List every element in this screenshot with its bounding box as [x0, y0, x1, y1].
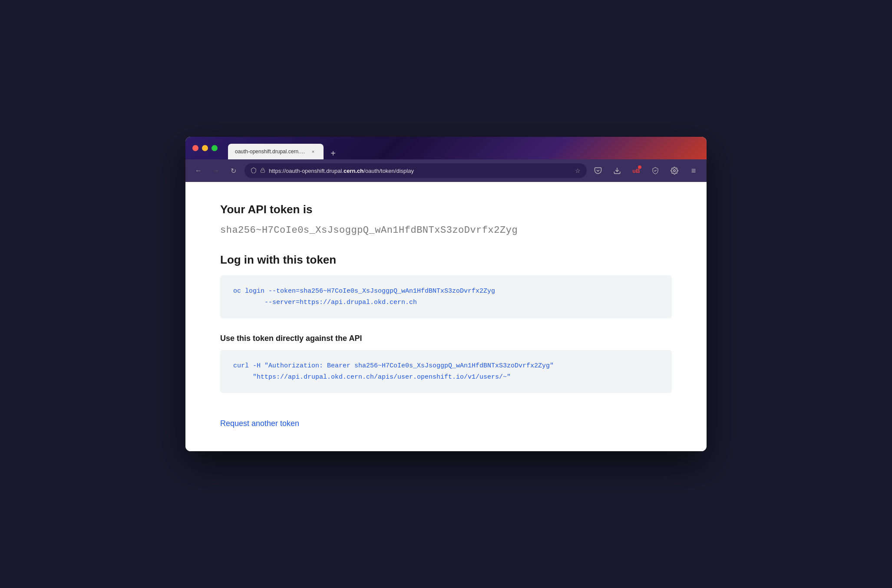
login-code: oc login --token=sha256~H7CoIe0s_XsJsogg… — [233, 286, 659, 308]
bookmark-icon[interactable]: ☆ — [575, 167, 581, 174]
login-code-block: oc login --token=sha256~H7CoIe0s_XsJsogg… — [220, 275, 672, 318]
page-content: Your API token is sha256~H7CoIe0s_XsJsog… — [185, 182, 707, 451]
active-tab[interactable]: oauth-openshift.drupal.cern.ch/oau × — [228, 144, 324, 159]
tab-title: oauth-openshift.drupal.cern.ch/oau — [235, 149, 306, 155]
address-box[interactable]: https://oauth-openshift.drupal.cern.ch/o… — [244, 163, 587, 178]
api-code: curl -H "Authorization: Bearer sha256~H7… — [233, 360, 659, 383]
request-another-token-link[interactable]: Request another token — [220, 419, 299, 428]
tab-close-button[interactable]: × — [310, 148, 317, 155]
token-value: sha256~H7CoIe0s_XsJsoggpQ_wAn1HfdBNTxS3z… — [220, 225, 672, 236]
svg-point-2 — [674, 170, 676, 172]
pocket-icon[interactable] — [592, 165, 604, 177]
shield-icon — [251, 167, 257, 175]
minimize-button[interactable] — [202, 145, 208, 151]
api-direct-heading: Use this token directly against the API — [220, 334, 672, 343]
maximize-button[interactable] — [211, 145, 218, 151]
url-text: https://oauth-openshift.drupal.cern.ch/o… — [269, 168, 572, 174]
svg-rect-0 — [261, 170, 265, 172]
back-button[interactable]: ← — [192, 165, 205, 177]
tab-bar: oauth-openshift.drupal.cern.ch/oau × + — [228, 137, 339, 159]
brave-icon[interactable] — [649, 165, 661, 177]
menu-icon[interactable]: ≡ — [687, 165, 700, 177]
api-code-block: curl -H "Authorization: Bearer sha256~H7… — [220, 350, 672, 393]
download-icon[interactable] — [611, 165, 623, 177]
settings-icon[interactable] — [668, 165, 681, 177]
lock-icon — [260, 168, 265, 174]
ublock-icon[interactable]: uB — [630, 165, 642, 177]
url-domain: cern.ch — [344, 168, 363, 174]
titlebar: oauth-openshift.drupal.cern.ch/oau × + — [185, 137, 707, 159]
refresh-button[interactable]: ↻ — [227, 165, 239, 177]
traffic-lights — [192, 145, 218, 151]
addressbar: ← → ↻ https://oauth-openshift.drupal.cer… — [185, 159, 707, 182]
browser-window: oauth-openshift.drupal.cern.ch/oau × + ←… — [185, 137, 707, 451]
new-tab-button[interactable]: + — [327, 147, 339, 159]
api-token-heading: Your API token is — [220, 203, 672, 216]
close-button[interactable] — [192, 145, 198, 151]
login-heading: Log in with this token — [220, 253, 672, 267]
forward-button[interactable]: → — [210, 165, 222, 177]
toolbar-icons: uB ≡ — [592, 165, 700, 177]
